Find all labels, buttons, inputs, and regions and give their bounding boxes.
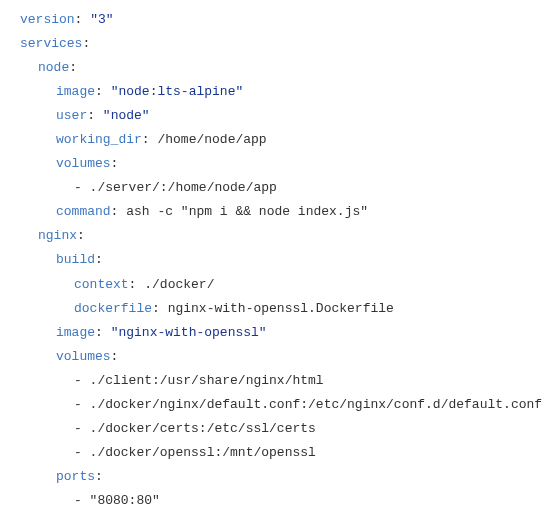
code-line: - ./docker/certs:/etc/ssl/certs — [20, 417, 559, 441]
code-line: version: "3" — [20, 8, 559, 32]
yaml-key: nginx — [38, 228, 77, 243]
yaml-value: "node" — [103, 108, 150, 123]
yaml-list-dash: - — [74, 445, 90, 460]
yaml-list-value: ./docker/openssl:/mnt/openssl — [90, 445, 316, 460]
yaml-list-value: "8080:80" — [90, 493, 160, 508]
code-line: - ./client:/usr/share/nginx/html — [20, 369, 559, 393]
yaml-key: volumes — [56, 349, 111, 364]
code-line: - ./docker/nginx/default.conf:/etc/nginx… — [20, 393, 559, 417]
code-line: nginx: — [20, 224, 559, 248]
yaml-key: services — [20, 36, 82, 51]
yaml-value: ash -c "npm i && node index.js" — [126, 204, 368, 219]
code-line: image: "nginx-with-openssl" — [20, 321, 559, 345]
code-line: context: ./docker/ — [20, 273, 559, 297]
code-line: volumes: — [20, 345, 559, 369]
yaml-list-dash: - — [74, 373, 90, 388]
yaml-key: volumes — [56, 156, 111, 171]
yaml-key: dockerfile — [74, 301, 152, 316]
yaml-key: build — [56, 252, 95, 267]
code-line: node: — [20, 56, 559, 80]
code-line: image: "node:lts-alpine" — [20, 80, 559, 104]
code-line: - "8080:80" — [20, 489, 559, 511]
yaml-key: ports — [56, 469, 95, 484]
yaml-key: node — [38, 60, 69, 75]
code-line: dockerfile: nginx-with-openssl.Dockerfil… — [20, 297, 559, 321]
code-line: working_dir: /home/node/app — [20, 128, 559, 152]
yaml-value: /home/node/app — [157, 132, 266, 147]
yaml-value: "3" — [90, 12, 113, 27]
code-line: services: — [20, 32, 559, 56]
yaml-list-value: ./client:/usr/share/nginx/html — [90, 373, 324, 388]
yaml-key: working_dir — [56, 132, 142, 147]
code-line: - ./server/:/home/node/app — [20, 176, 559, 200]
code-line: ports: — [20, 465, 559, 489]
code-line: volumes: — [20, 152, 559, 176]
yaml-value: "node:lts-alpine" — [111, 84, 244, 99]
yaml-key: image — [56, 325, 95, 340]
yaml-value: ./docker/ — [144, 277, 214, 292]
yaml-list-dash: - — [74, 397, 90, 412]
code-line: user: "node" — [20, 104, 559, 128]
yaml-key: command — [56, 204, 111, 219]
code-line: - ./docker/openssl:/mnt/openssl — [20, 441, 559, 465]
code-line: build: — [20, 248, 559, 272]
yaml-list-dash: - — [74, 180, 90, 195]
yaml-list-dash: - — [74, 421, 90, 436]
yaml-list-value: ./server/:/home/node/app — [90, 180, 277, 195]
yaml-list-value: ./docker/nginx/default.conf:/etc/nginx/c… — [90, 397, 542, 412]
yaml-key: image — [56, 84, 95, 99]
yaml-value: nginx-with-openssl.Dockerfile — [168, 301, 394, 316]
yaml-key: context — [74, 277, 129, 292]
yaml-key: version — [20, 12, 75, 27]
yaml-list-value: ./docker/certs:/etc/ssl/certs — [90, 421, 316, 436]
code-block: version: "3"services:node:image: "node:l… — [20, 8, 559, 511]
yaml-key: user — [56, 108, 87, 123]
code-line: command: ash -c "npm i && node index.js" — [20, 200, 559, 224]
yaml-value: "nginx-with-openssl" — [111, 325, 267, 340]
yaml-list-dash: - — [74, 493, 90, 508]
